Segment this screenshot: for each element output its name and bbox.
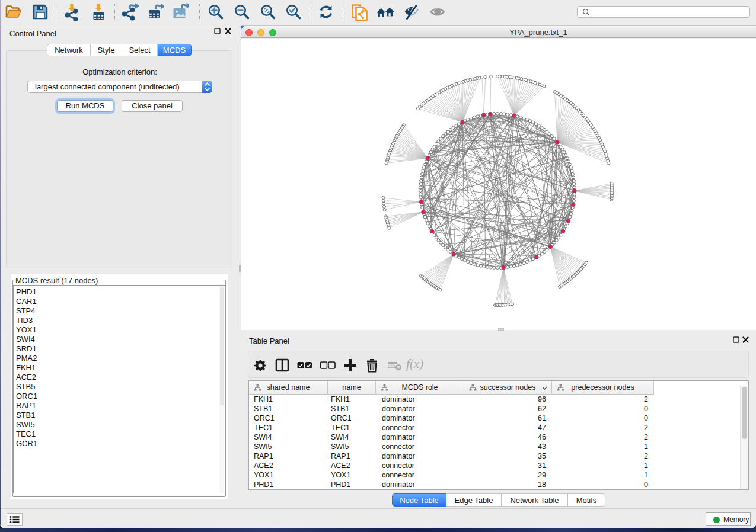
svg-text:f(x): f(x) — [406, 357, 423, 371]
